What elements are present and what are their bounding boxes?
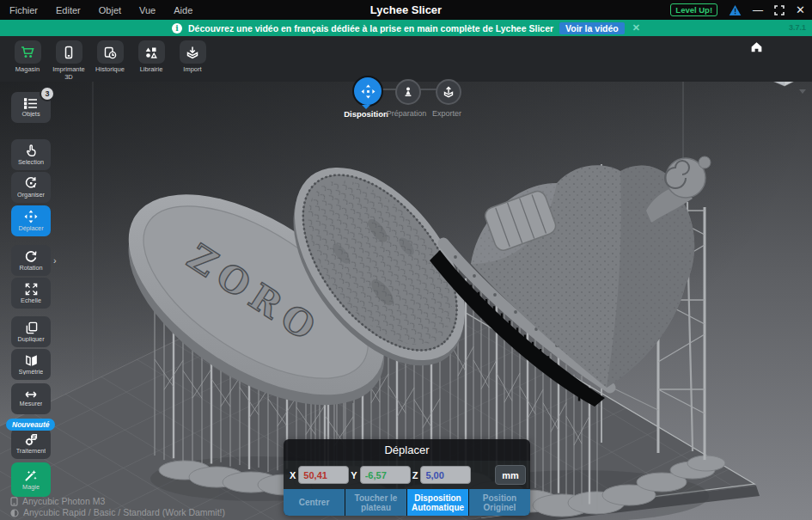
tool-historique[interactable]: Historique: [93, 40, 127, 81]
sidebar-item-echelle[interactable]: Echelle: [11, 278, 51, 309]
sidebar-item-symetrie[interactable]: Symétrie: [11, 349, 51, 380]
printer-name[interactable]: Anycubic Photon M3: [22, 496, 105, 507]
notification-banner: i Découvrez une vidéo en français dédiée…: [0, 20, 812, 36]
step-exporter[interactable]: [436, 79, 461, 105]
rotation-flyout-chevron[interactable]: ›: [53, 255, 57, 266]
auto-layout-button[interactable]: Disposition Automatique: [407, 489, 468, 516]
printer-3d-icon: [62, 46, 76, 59]
menu-fichier[interactable]: Fichier: [9, 5, 38, 15]
cube-dropdown-arrow[interactable]: [799, 89, 806, 94]
sidebar-item-deplacer[interactable]: Déplacer: [11, 205, 51, 236]
tool-imprimante-3d[interactable]: Imprimante 3D: [52, 40, 86, 81]
gears-icon: [24, 433, 38, 446]
banner-close-icon[interactable]: ✕: [632, 22, 640, 34]
banner-message: Découvrez une vidéo en français dédiée à…: [188, 23, 553, 34]
watch-video-button[interactable]: Voir la vidéo: [559, 22, 625, 34]
menu-aide[interactable]: Aide: [174, 5, 192, 15]
duplicate-icon: [25, 321, 38, 334]
magic-wand-icon: [24, 468, 38, 482]
export-box-icon: [443, 86, 455, 98]
sidebar-item-dupliquer[interactable]: Dupliquer: [11, 316, 51, 347]
menu-objet[interactable]: Objet: [99, 5, 121, 15]
nouveaute-badge: Nouveauté: [6, 419, 55, 431]
touch-plate-button[interactable]: Toucher le plateau: [345, 489, 406, 516]
y-position-input[interactable]: [360, 466, 411, 484]
mirror-icon: [25, 354, 38, 367]
sidebar-item-organiser[interactable]: Organiser: [11, 172, 51, 203]
workflow-steps: Disposition Préparation Exporter: [342, 75, 478, 116]
step-disposition[interactable]: [352, 76, 383, 107]
unit-mm-button[interactable]: mm: [495, 465, 526, 485]
statue-icon: [402, 86, 414, 98]
x-position-input[interactable]: [298, 466, 349, 484]
import-icon: [186, 46, 199, 59]
move-arrows-icon: [361, 84, 375, 99]
lychee-slicer-window: ZORO: [0, 0, 812, 520]
step-preparation[interactable]: [395, 79, 421, 105]
center-button[interactable]: Centrer: [284, 489, 345, 516]
menu-editer[interactable]: Editer: [56, 5, 81, 15]
sidebar-item-selection[interactable]: Selection: [11, 139, 51, 170]
history-icon: [103, 46, 117, 59]
menu-bar: Fichier Editer Objet Vue Aide Lychee Sli…: [0, 0, 812, 20]
y-axis-label: Y: [351, 470, 357, 480]
info-icon: i: [172, 23, 182, 34]
measure-icon: [24, 390, 38, 399]
sidebar-item-rotation[interactable]: Rotation: [11, 245, 51, 276]
shopping-cart-icon: [21, 46, 35, 59]
move-icon: [24, 210, 38, 223]
objects-list-icon: [24, 98, 38, 109]
original-position-button[interactable]: Position Originel: [469, 489, 530, 516]
hand-select-icon: [25, 144, 38, 157]
z-position-input[interactable]: [420, 466, 471, 484]
warning-icon[interactable]: [729, 4, 742, 16]
resin-status-icon: [10, 509, 19, 517]
tool-import[interactable]: Import: [175, 40, 210, 81]
panel-fields-row: X Y Z mm: [284, 461, 530, 489]
level-up-button[interactable]: Level Up!: [670, 3, 717, 16]
version-label: 3.7.1: [789, 23, 806, 32]
minimize-button[interactable]: —: [753, 5, 763, 15]
rotate-icon: [24, 249, 38, 263]
deplacer-panel: Déplacer X Y Z mm Centrer Toucher le pla…: [284, 439, 530, 516]
sidebar-item-traitement[interactable]: Traitement: [11, 428, 51, 459]
x-axis-label: X: [290, 470, 296, 480]
tool-librairie[interactable]: Librairie: [134, 40, 168, 81]
fullscreen-button[interactable]: [774, 5, 785, 15]
shapes-icon: [144, 46, 158, 59]
scale-icon: [25, 283, 38, 296]
tool-magasin[interactable]: Magasin: [10, 40, 45, 81]
objects-count-badge: 3: [40, 86, 55, 101]
status-bar: Anycubic Photon M3 Anycubic Rapid / Basi…: [10, 496, 225, 518]
resin-profile[interactable]: Anycubic Rapid / Basic / Standard (Work …: [23, 507, 225, 518]
close-button[interactable]: ✕: [796, 4, 805, 15]
arrange-icon: [24, 176, 38, 190]
home-view-icon[interactable]: [749, 40, 764, 53]
menu-vue[interactable]: Vue: [139, 5, 156, 15]
printer-status-icon: [10, 497, 18, 506]
panel-buttons-row: Centrer Toucher le plateau Disposition A…: [284, 489, 530, 516]
sidebar-item-mesurer[interactable]: Mesurer: [11, 383, 51, 414]
panel-title[interactable]: Déplacer: [284, 439, 530, 461]
sidebar-item-objets[interactable]: 3 Objets: [11, 92, 51, 123]
sidebar-item-magie[interactable]: Magie: [11, 462, 51, 497]
top-toolbar: Magasin Imprimante 3D Historique Librair…: [0, 36, 812, 82]
z-axis-label: Z: [412, 470, 418, 480]
